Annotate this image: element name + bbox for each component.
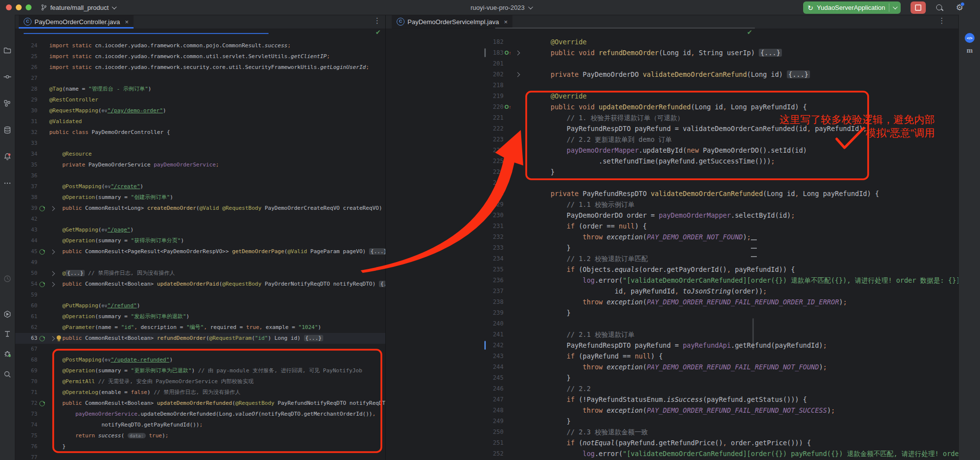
- code-line[interactable]: 38 @Operation(summary = "创建示例订单"): [15, 192, 385, 203]
- code-line[interactable]: 60 @PutMapping(⊕∨"/refund"): [15, 300, 385, 311]
- code-line[interactable]: 26import static cn.iocoder.yudao.framewo…: [15, 62, 385, 73]
- code-line[interactable]: 32public class PayDemoOrderController {: [15, 127, 385, 138]
- right-inspections-ok-icon[interactable]: ✔: [747, 29, 752, 36]
- code-line[interactable]: 225 .setRefundTime(payRefund.getSuccessT…: [386, 156, 958, 166]
- code-line[interactable]: 239 }: [386, 307, 958, 318]
- code-line[interactable]: 35 private PayDemoOrderService payDemoOr…: [15, 160, 385, 170]
- settings-button[interactable]: ⚙: [956, 0, 963, 15]
- code-line[interactable]: 44 @Operation(summary = "获得示例订单分页"): [15, 235, 385, 246]
- endpoint-icon[interactable]: [39, 336, 45, 341]
- run-configuration-button[interactable]: ↻ YudaoServerApplication: [803, 1, 901, 14]
- code-line[interactable]: 236 log.error("[validateDemoOrderCanRefu…: [386, 275, 958, 286]
- find-icon[interactable]: [0, 370, 15, 378]
- code-line[interactable]: 72 public CommonResult<Boolean> updateDe…: [15, 398, 385, 409]
- code-line[interactable]: 31@Validated: [15, 116, 385, 127]
- ai-assistant-icon[interactable]: </>: [959, 33, 980, 43]
- code-line[interactable]: 71 @OperateLog(enable = false) // 禁用操作日志…: [15, 387, 385, 398]
- code-line[interactable]: 244 throw exception(PAY_DEMO_ORDER_REFUN…: [386, 361, 958, 372]
- search-everywhere-button[interactable]: [936, 0, 942, 15]
- code-line[interactable]: 228 private PayRefundRespDTO validateDem…: [386, 188, 958, 199]
- code-line[interactable]: 252 log.error("[validateDemoOrderCanRefu…: [386, 448, 958, 459]
- code-line[interactable]: 33: [15, 138, 385, 149]
- endpoint-icon[interactable]: [39, 206, 45, 211]
- code-line[interactable]: 202 private PayDemoOrderDO validateDemoO…: [386, 69, 958, 80]
- commit-icon[interactable]: [0, 73, 15, 81]
- services-icon[interactable]: [0, 310, 15, 318]
- code-line[interactable]: 28@Tag(name = "管理后台 - 示例订单"): [15, 84, 385, 95]
- database-icon[interactable]: [0, 126, 15, 134]
- fold-arrow-icon[interactable]: [515, 51, 520, 56]
- tab-paydemoordercontroller[interactable]: C PayDemoOrderController.java ×: [19, 15, 134, 29]
- code-line[interactable]: 237 id, payRefundId, toJsonString(order)…: [386, 286, 958, 296]
- code-line[interactable]: 245 }: [386, 372, 958, 383]
- close-tab-icon[interactable]: ×: [125, 18, 129, 26]
- project-folder-icon[interactable]: [0, 46, 15, 54]
- fold-arrow-icon[interactable]: [515, 72, 520, 77]
- code-line[interactable]: 221 // 1. 校验并获得退款订单（可退款）: [386, 112, 958, 123]
- code-line[interactable]: 75 return success( data: true);: [15, 430, 385, 441]
- code-line[interactable]: 247 if (!PayRefundStatusEnum.isSuccess(p…: [386, 394, 958, 405]
- code-line[interactable]: 183O↑ public void refundDemoOrder(Long i…: [386, 47, 958, 58]
- code-line[interactable]: 233 }: [386, 242, 958, 253]
- left-editor-options-icon[interactable]: ⋮: [373, 16, 381, 25]
- more-tools-icon[interactable]: [0, 179, 15, 187]
- endpoint-icon[interactable]: [39, 401, 45, 406]
- code-line[interactable]: 43 @GetMapping(⊕∨"/page"): [15, 225, 385, 235]
- code-line[interactable]: 240: [386, 318, 958, 329]
- code-line[interactable]: 70 @PermitAll // 无需登录, 安全由 PayDemoOrderS…: [15, 376, 385, 387]
- window-minimize-button[interactable]: [16, 4, 22, 10]
- code-line[interactable]: 25import static cn.iocoder.yudao.framewo…: [15, 51, 385, 62]
- code-line[interactable]: 227: [386, 177, 958, 188]
- code-line[interactable]: 243 if (payRefund == null) {: [386, 351, 958, 361]
- code-line[interactable]: 59: [15, 290, 385, 300]
- code-line[interactable]: 69 @Operation(summary = "更新示例订单为已退款") //…: [15, 365, 385, 376]
- code-line[interactable]: 241 // 2.1 校验退款订单: [386, 329, 958, 340]
- code-line[interactable]: 76 }: [15, 441, 385, 452]
- right-editor-options-icon[interactable]: ⋮: [938, 16, 946, 25]
- debug-icon[interactable]: [0, 350, 15, 358]
- code-line[interactable]: 242 PayRefundRespDTO payRefund = payRefu…: [386, 340, 958, 351]
- code-line[interactable]: 45 public CommonResult<PageResult<PayDem…: [15, 246, 385, 257]
- code-line[interactable]: 77: [15, 452, 385, 460]
- code-line[interactable]: 229 // 1.1 校验示例订单: [386, 199, 958, 210]
- code-line[interactable]: 226 }: [386, 166, 958, 177]
- notifications-bell-icon[interactable]: [0, 153, 15, 161]
- code-line[interactable]: 232 throw exception(PAY_DEMO_ORDER_NOT_F…: [386, 231, 958, 242]
- code-line[interactable]: 223 // 2.2 更新退款单到 demo 订单: [386, 134, 958, 145]
- code-line[interactable]: 248 throw exception(PAY_DEMO_ORDER_REFUN…: [386, 405, 958, 416]
- code-line[interactable]: 30@RequestMapping(⊕∨"/pay/demo-order"): [15, 105, 385, 116]
- profiler-clock-icon[interactable]: [0, 275, 15, 283]
- code-line[interactable]: 230 PayDemoOrderDO order = payDemoOrderM…: [386, 210, 958, 221]
- code-line[interactable]: 68 @PostMapping(⊕∨"/update-refunded"): [15, 355, 385, 365]
- stop-button[interactable]: [911, 1, 926, 14]
- code-line[interactable]: 42: [15, 214, 385, 225]
- code-line[interactable]: 218: [386, 80, 958, 91]
- code-line[interactable]: 24import static cn.iocoder.yudao.framewo…: [15, 40, 385, 51]
- code-line[interactable]: 54 public CommonResult<Boolean> updateDe…: [15, 279, 385, 290]
- maven-icon[interactable]: m: [959, 46, 980, 55]
- code-line[interactable]: 222 PayRefundRespDTO payRefund = validat…: [386, 123, 958, 134]
- close-tab-icon[interactable]: ×: [504, 18, 508, 26]
- code-line[interactable]: 231 if (order == null) {: [386, 221, 958, 231]
- code-line[interactable]: 234 // 1.2 校验退款订单匹配: [386, 253, 958, 264]
- code-line[interactable]: 37 @PostMapping(⊕∨"/create"): [15, 181, 385, 192]
- code-line[interactable]: 74 notifyReqDTO.getPayRefundId());: [15, 420, 385, 430]
- code-line[interactable]: 67: [15, 344, 385, 355]
- window-zoom-button[interactable]: [26, 4, 32, 10]
- project-selector[interactable]: ruoyi-vue-pro-2023: [471, 0, 532, 15]
- window-close-button[interactable]: [6, 4, 12, 10]
- code-line[interactable]: 62 @Parameter(name = "id", description =…: [15, 322, 385, 333]
- code-line[interactable]: 246 // 2.2: [386, 383, 958, 394]
- code-line[interactable]: 219 @Override: [386, 91, 958, 101]
- code-line[interactable]: 39 public CommonResult<Long> createDemoO…: [15, 203, 385, 214]
- code-line[interactable]: 34 @Resource: [15, 149, 385, 160]
- code-line[interactable]: 63 public CommonResult<Boolean> refundDe…: [15, 333, 385, 344]
- tab-paydemoorderserviceimpl[interactable]: C PayDemoOrderServiceImpl.java ×: [392, 15, 512, 29]
- endpoint-icon[interactable]: [39, 282, 45, 287]
- code-line[interactable]: 250 // 2.3 校验退款金额一致: [386, 427, 958, 437]
- code-line[interactable]: 29@RestController: [15, 95, 385, 105]
- code-line[interactable]: 50 @{...} // 禁用操作日志, 因为没有操作人: [15, 268, 385, 279]
- code-line[interactable]: 49: [15, 257, 385, 268]
- code-line[interactable]: 251 if (notEqual(payRefund.getRefundPric…: [386, 437, 958, 448]
- code-line[interactable]: 249 }: [386, 416, 958, 427]
